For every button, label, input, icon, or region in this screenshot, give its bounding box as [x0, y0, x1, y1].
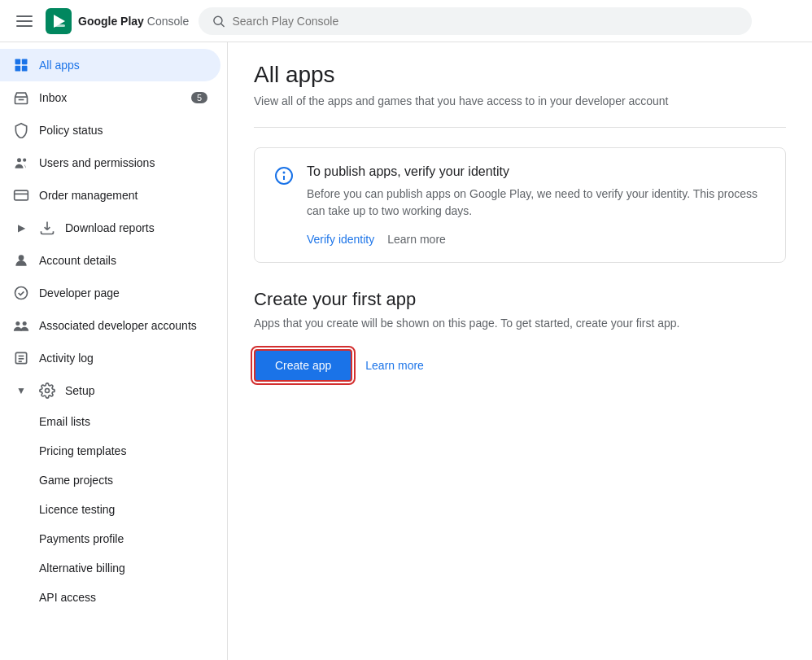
create-section-desc: Apps that you create will be shown on th… [254, 317, 786, 330]
sidebar: All apps Inbox 5 Policy status Users and… [0, 42, 228, 660]
search-icon [212, 14, 225, 28]
svg-rect-2 [54, 24, 65, 27]
sidebar-item-order-management[interactable]: Order management [0, 179, 220, 212]
sidebar-sub-item-alternative-billing[interactable]: Alternative billing [0, 553, 220, 583]
sidebar-sub-item-licence-testing[interactable]: Licence testing [0, 495, 220, 524]
page-subtitle: View all of the apps and games that you … [254, 94, 786, 107]
create-actions: Create app Learn more [254, 349, 786, 382]
svg-point-17 [23, 321, 27, 326]
sidebar-item-associated-developer[interactable]: Associated developer accounts [0, 309, 220, 342]
sidebar-item-developer-page[interactable]: Developer page [0, 277, 220, 309]
sidebar-item-label: Associated developer accounts [39, 319, 197, 332]
download-icon [39, 220, 55, 236]
sidebar-sub-item-api-access[interactable]: API access [0, 583, 220, 612]
sidebar-item-label: Setup [65, 384, 95, 397]
chevron-right-icon: ▶ [13, 220, 29, 236]
sidebar-item-label: Account details [39, 254, 116, 267]
info-icon [274, 166, 294, 186]
info-card-actions: Verify identity Learn more [307, 233, 766, 246]
svg-rect-8 [22, 66, 28, 72]
sidebar-sub-item-label: Email lists [39, 415, 90, 428]
shield-icon [13, 122, 29, 138]
svg-point-15 [15, 287, 28, 299]
sidebar-item-all-apps[interactable]: All apps [0, 49, 220, 81]
svg-point-10 [17, 158, 21, 162]
sidebar-sub-item-label: Licence testing [39, 503, 115, 516]
sidebar-sub-item-label: Game projects [39, 474, 113, 487]
sidebar-sub-item-pricing-templates[interactable]: Pricing templates [0, 436, 220, 465]
play-console-logo-icon [46, 8, 72, 34]
sidebar-item-inbox[interactable]: Inbox 5 [0, 81, 220, 114]
svg-point-11 [23, 159, 26, 162]
sidebar-sub-item-label: Payments profile [39, 532, 124, 545]
sidebar-item-label: Download reports [65, 221, 155, 234]
sidebar-sub-item-label: Alternative billing [39, 562, 125, 575]
sidebar-item-label: Activity log [39, 352, 94, 365]
svg-rect-7 [15, 66, 21, 72]
create-section: Create your first app Apps that you crea… [254, 289, 786, 382]
people-icon [13, 155, 29, 171]
sidebar-sub-item-label: API access [39, 591, 96, 604]
divider [254, 127, 786, 128]
info-card-desc: Before you can publish apps on Google Pl… [307, 186, 766, 220]
activity-icon [13, 350, 29, 366]
create-app-button[interactable]: Create app [254, 349, 352, 382]
svg-point-14 [19, 255, 24, 260]
sidebar-item-activity-log[interactable]: Activity log [0, 342, 220, 374]
svg-line-4 [221, 24, 224, 26]
sidebar-item-label: Developer page [39, 286, 120, 299]
sidebar-sub-item-payments-profile[interactable]: Payments profile [0, 524, 220, 553]
learn-more-link-create[interactable]: Learn more [365, 359, 424, 372]
topbar: Google Play Console [0, 0, 812, 42]
sidebar-item-policy-status[interactable]: Policy status [0, 114, 220, 146]
inbox-icon [13, 90, 29, 106]
info-card-title: To publish apps, verify your identity [307, 164, 766, 179]
person-icon [13, 252, 29, 269]
inbox-badge: 5 [191, 92, 207, 103]
hamburger-menu[interactable] [13, 12, 36, 30]
identity-info-card: To publish apps, verify your identity Be… [254, 147, 786, 263]
card-icon [13, 187, 29, 203]
svg-point-22 [46, 389, 50, 393]
people-linked-icon [13, 317, 29, 334]
svg-rect-6 [22, 59, 28, 65]
main-content: All apps View all of the apps and games … [228, 42, 812, 660]
sidebar-item-setup[interactable]: ▼ Setup [0, 374, 220, 407]
sidebar-item-download-reports[interactable]: ▶ Download reports [0, 212, 220, 244]
svg-rect-5 [15, 59, 21, 65]
sidebar-sub-item-label: Pricing templates [39, 444, 126, 457]
sidebar-item-label: All apps [39, 59, 80, 72]
logo: Google Play Console [46, 8, 189, 34]
main-layout: All apps Inbox 5 Policy status Users and… [0, 42, 812, 660]
verify-identity-link[interactable]: Verify identity [307, 233, 374, 246]
learn-more-link-identity[interactable]: Learn more [387, 233, 446, 246]
svg-point-16 [15, 321, 20, 326]
search-input[interactable] [232, 15, 739, 28]
sidebar-item-label: Policy status [39, 124, 103, 137]
sidebar-item-users-permissions[interactable]: Users and permissions [0, 146, 220, 179]
info-card-content: To publish apps, verify your identity Be… [307, 164, 766, 246]
grid-icon [13, 57, 29, 73]
developer-icon [13, 285, 29, 301]
create-section-title: Create your first app [254, 289, 786, 310]
sidebar-item-label: Users and permissions [39, 156, 155, 169]
sidebar-sub-item-game-projects[interactable]: Game projects [0, 465, 220, 495]
page-title: All apps [254, 62, 786, 88]
svg-rect-12 [15, 190, 28, 200]
search-bar[interactable] [199, 7, 752, 35]
gear-icon [39, 382, 55, 399]
chevron-down-icon: ▼ [13, 382, 29, 399]
sidebar-sub-item-email-lists[interactable]: Email lists [0, 407, 220, 436]
sidebar-item-account-details[interactable]: Account details [0, 244, 220, 277]
logo-text: Google Play Console [78, 15, 189, 28]
sidebar-item-label: Inbox [39, 91, 67, 104]
sidebar-item-label: Order management [39, 189, 138, 202]
